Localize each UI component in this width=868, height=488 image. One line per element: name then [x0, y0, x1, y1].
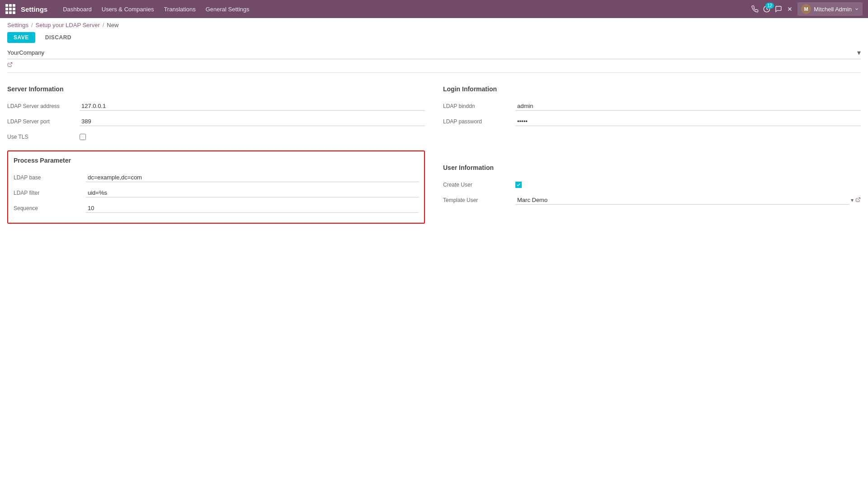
main-content: YourCompany ▾ Server Information LDAP Se… — [0, 48, 868, 231]
template-user-actions: ▾ — [851, 197, 861, 204]
left-column: Server Information LDAP Server address L… — [7, 78, 425, 224]
user-information-section: User Information Create User Template Us… — [443, 164, 861, 206]
company-selector: YourCompany ▾ — [7, 48, 861, 73]
company-dropdown-arrow[interactable]: ▾ — [857, 48, 861, 57]
breadcrumb-current: New — [107, 22, 118, 28]
sequence-field: Sequence — [14, 202, 419, 215]
ldap-filter-input[interactable] — [86, 188, 419, 197]
ldap-server-port-input[interactable] — [80, 117, 425, 126]
topbar-right: 12 M Mitchell Admin — [751, 2, 863, 16]
user-avatar: M — [801, 4, 811, 14]
create-user-label: Create User — [443, 182, 515, 188]
user-name: Mitchell Admin — [814, 6, 852, 13]
sequence-input[interactable] — [86, 204, 419, 213]
use-tls-checkbox[interactable] — [80, 134, 86, 140]
template-user-row: Marc Demo ▾ — [515, 196, 861, 205]
nav-dashboard[interactable]: Dashboard — [58, 3, 96, 15]
chat-icon[interactable] — [775, 5, 782, 13]
nav-translations[interactable]: Translations — [159, 3, 200, 15]
use-tls-label: Use TLS — [7, 134, 80, 140]
breadcrumb-ldap[interactable]: Setup your LDAP Server — [36, 22, 100, 28]
company-value: YourCompany — [7, 49, 857, 56]
ldap-password-field: LDAP password — [443, 115, 861, 128]
ldap-binddn-input[interactable] — [515, 102, 861, 111]
notification-badge: 12 — [765, 3, 774, 9]
ldap-password-label: LDAP password — [443, 118, 515, 125]
clock-badge-icon[interactable]: 12 — [763, 5, 770, 13]
user-information-title: User Information — [443, 164, 861, 173]
ldap-filter-label: LDAP filter — [14, 190, 86, 196]
ldap-password-input[interactable] — [515, 117, 861, 126]
brand-name: Settings — [21, 5, 47, 13]
server-information-section: Server Information LDAP Server address L… — [7, 85, 425, 143]
form-grid: Server Information LDAP Server address L… — [7, 78, 861, 224]
svg-line-4 — [858, 197, 860, 200]
template-user-dropdown-icon[interactable]: ▾ — [851, 197, 854, 203]
ldap-filter-field: LDAP filter — [14, 187, 419, 199]
top-nav: Dashboard Users & Companies Translations… — [58, 3, 748, 15]
svg-line-3 — [9, 63, 12, 66]
template-user-field: Template User Marc Demo ▾ — [443, 194, 861, 206]
user-menu[interactable]: M Mitchell Admin — [797, 2, 863, 16]
create-user-field: Create User — [443, 178, 861, 191]
ldap-binddn-field: LDAP binddn — [443, 100, 861, 113]
nav-general-settings[interactable]: General Settings — [201, 3, 254, 15]
ldap-base-input[interactable] — [86, 173, 419, 182]
use-tls-field: Use TLS — [7, 131, 425, 143]
ldap-server-port-label: LDAP Server port — [7, 118, 80, 125]
login-information-title: Login Information — [443, 85, 861, 94]
user-dropdown-icon — [854, 7, 859, 11]
breadcrumb-settings[interactable]: Settings — [7, 22, 28, 28]
breadcrumb-sep-2: / — [103, 22, 104, 28]
nav-users-companies[interactable]: Users & Companies — [97, 3, 159, 15]
process-parameter-section: Process Parameter LDAP base LDAP filter … — [7, 150, 425, 224]
action-bar: SAVE DISCARD — [0, 30, 868, 48]
ldap-base-label: LDAP base — [14, 174, 86, 181]
template-user-external-link-icon[interactable] — [855, 197, 861, 204]
server-information-title: Server Information — [7, 85, 425, 94]
breadcrumb: Settings / Setup your LDAP Server / New — [0, 18, 868, 30]
save-button[interactable]: SAVE — [7, 32, 35, 43]
company-external-link-icon[interactable] — [7, 62, 13, 69]
apps-grid-icon[interactable] — [5, 4, 15, 14]
ldap-server-port-field: LDAP Server port — [7, 115, 425, 128]
topbar: Settings Dashboard Users & Companies Tra… — [0, 0, 868, 18]
ldap-server-address-field: LDAP Server address — [7, 100, 425, 113]
company-selector-row: YourCompany ▾ — [7, 48, 861, 59]
template-user-label: Template User — [443, 197, 515, 203]
discard-button[interactable]: DISCARD — [39, 32, 78, 43]
ldap-server-address-label: LDAP Server address — [7, 103, 80, 109]
create-user-checkbox[interactable] — [515, 182, 522, 188]
close-icon[interactable] — [787, 6, 793, 12]
sequence-label: Sequence — [14, 205, 86, 211]
breadcrumb-sep-1: / — [31, 22, 33, 28]
ldap-binddn-label: LDAP binddn — [443, 103, 515, 109]
ldap-base-field: LDAP base — [14, 171, 419, 184]
ldap-server-address-input[interactable] — [80, 102, 425, 111]
login-information-section: Login Information LDAP binddn LDAP passw… — [443, 85, 861, 128]
process-parameter-title: Process Parameter — [14, 157, 419, 166]
template-user-select[interactable]: Marc Demo — [515, 196, 849, 205]
right-column: Login Information LDAP binddn LDAP passw… — [443, 78, 861, 224]
phone-icon[interactable] — [751, 5, 759, 13]
